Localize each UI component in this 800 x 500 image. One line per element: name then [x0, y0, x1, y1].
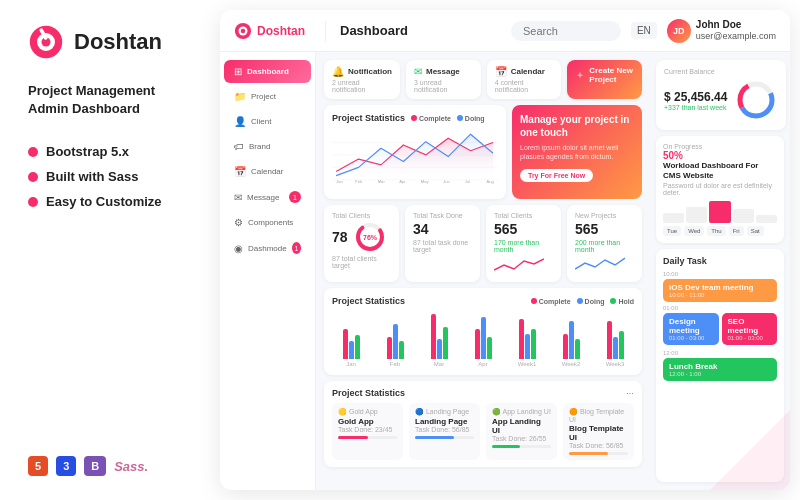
op-title: Workload Dashboard For CMS Website	[663, 161, 777, 182]
bar-green	[355, 335, 360, 359]
logo-icon	[28, 24, 64, 60]
op-tags: Tue Wed Thu Fri Sat	[663, 226, 777, 236]
svg-text:Jan: Jan	[336, 179, 343, 184]
dash-logo-icon	[234, 22, 252, 40]
dashmode-badge: 1	[292, 242, 301, 254]
project-label-2: 🟢 App Landing UI	[492, 408, 551, 416]
dt-pair: Design meeting 01:00 - 03:00 SEO meeting…	[663, 313, 777, 348]
balance-donut	[734, 78, 778, 122]
dashmode-icon: ◉	[234, 243, 243, 254]
tc-value: 78	[332, 229, 348, 245]
sparkline-clients	[494, 255, 544, 275]
bar-blue	[569, 321, 574, 359]
promo-sub: Lorem ipsum dolor sit amet well plasues …	[520, 143, 634, 161]
bar-group-6: Week2	[552, 309, 590, 367]
bar-label: Week1	[518, 361, 537, 367]
tc-sub: 87 total clients target	[332, 255, 391, 269]
project-task-0: Task Done: 23/45	[338, 426, 397, 433]
task-time-0: 10:00 - 11:00	[669, 292, 771, 298]
bar-label: Mar	[434, 361, 444, 367]
project-name-2: App Landing UI	[492, 417, 551, 435]
view-all-link[interactable]: ⋯	[626, 389, 634, 398]
sidebar-item-dashmode[interactable]: ◉ Dashmode 1	[224, 236, 311, 260]
sidebar-item-dashboard[interactable]: ⊞ Dashboard	[224, 60, 311, 83]
message-card[interactable]: ✉ Message 3 unread notification	[406, 60, 481, 99]
np-label: New Projects	[575, 212, 634, 219]
chart-promo-row: Project Statistics Complete Doing	[324, 105, 642, 199]
task-item-1[interactable]: Design meeting 01:00 - 03:00	[663, 313, 719, 345]
message-qs-label: Message	[426, 67, 460, 76]
dot-icon	[28, 147, 38, 157]
project-progress-3	[569, 452, 628, 455]
dashboard-title: Dashboard	[340, 23, 501, 38]
tagline: Dashboard Project ManagementAdmin Dashbo…	[28, 82, 192, 118]
notification-sub: 2 unread notification	[332, 79, 392, 93]
sidebar-item-project[interactable]: 📁 Project	[224, 85, 311, 108]
user-name: John Doe	[696, 18, 776, 31]
dashboard-header: Doshtan Dashboard EN JD John Doe user@ex…	[220, 10, 790, 52]
bar-blue	[349, 341, 354, 359]
sidebar-item-calendar[interactable]: 📅 Calendar	[224, 160, 311, 183]
quick-stats-row: 🔔 Notification 2 unread notification ✉ M…	[324, 60, 642, 99]
project-list-header: Project Statistics ⋯	[332, 388, 634, 398]
tc2-value: 565	[494, 221, 553, 237]
svg-text:Jul: Jul	[465, 179, 470, 184]
progress-fill-2	[492, 445, 520, 448]
calendar-card[interactable]: 📅 Calendar 4 content notification	[487, 60, 562, 99]
client-icon: 👤	[234, 116, 246, 127]
project-label-3: 🟠 Blog Template UI	[569, 408, 628, 423]
bar-green	[531, 329, 536, 359]
bar-chart-section: Project Statistics Complete Doing Hold	[324, 288, 642, 375]
try-free-button[interactable]: Try For Free Now	[520, 169, 593, 182]
task-time-3: 12:00 - 1:00	[669, 371, 771, 377]
project-label-1: 🔵 Landing Page	[415, 408, 474, 416]
project-col-2: 🟢 App Landing UI App Landing UI Task Don…	[486, 403, 557, 460]
svg-text:Feb: Feb	[355, 179, 363, 184]
dashboard-icon: ⊞	[234, 66, 242, 77]
project-name-3: Blog Template UI	[569, 424, 628, 442]
bar-chart-title: Project Statistics Complete Doing Hold	[332, 296, 634, 306]
feature-label: Bootstrap 5.x	[46, 144, 129, 159]
dashboard-body: ⊞ Dashboard 📁 Project 👤 Client 🏷 Brand 📅…	[220, 52, 790, 490]
bar-blue	[613, 337, 618, 359]
right-side-panel: Current Balance $ 25,456.44 +337 than la…	[650, 52, 790, 490]
main-content: 🔔 Notification 2 unread notification ✉ M…	[316, 52, 650, 490]
sidebar-item-message[interactable]: ✉ Message 1	[224, 185, 311, 209]
bar-group-2: Feb	[376, 309, 414, 367]
brand-icon: 🏷	[234, 141, 244, 152]
bar-green	[575, 339, 580, 359]
search-input[interactable]	[511, 21, 621, 41]
feature-list: Bootstrap 5.x Built with Sass Easy to Cu…	[28, 144, 192, 209]
op-tag: Fri	[729, 226, 744, 236]
task-item-3[interactable]: Lunch Break 12:00 - 1:00	[663, 358, 777, 381]
lang-selector[interactable]: EN	[631, 22, 657, 39]
svg-text:May: May	[421, 179, 430, 184]
message-icon: ✉	[234, 192, 242, 203]
dt-time-label: 12:00	[663, 350, 777, 356]
feature-label: Built with Sass	[46, 169, 138, 184]
sass-badge: Sass.	[114, 459, 148, 474]
stat-mini-row: Total Clients 78 76% 87 total clients ta…	[324, 205, 642, 282]
balance-amount: $ 25,456.44	[664, 90, 727, 104]
bar-group-5: Week1	[508, 309, 546, 367]
task-name-0: iOS Dev team meeting	[669, 283, 771, 292]
notification-label: Notification	[348, 67, 392, 76]
bar-legend-blue	[577, 298, 583, 304]
notification-card[interactable]: 🔔 Notification 2 unread notification	[324, 60, 400, 99]
sidebar-label: Client	[251, 117, 271, 126]
sidebar-item-client[interactable]: 👤 Client	[224, 110, 311, 133]
svg-text:Jun: Jun	[443, 179, 450, 184]
sidebar-item-components[interactable]: ⚙ Components	[224, 211, 311, 234]
bar-pink	[607, 321, 612, 359]
task-item-0[interactable]: iOS Dev team meeting 10:00 - 11:00	[663, 279, 777, 302]
bar-label: Week3	[606, 361, 625, 367]
sidebar-label: Project	[251, 92, 276, 101]
svg-point-6	[241, 28, 246, 33]
task-item-2[interactable]: SEO meeting 01:00 - 03:00	[722, 313, 778, 345]
project-list-card: Project Statistics ⋯ 🟡 Gold App Gold App…	[324, 381, 642, 467]
sidebar-label: Brand	[249, 142, 270, 151]
bar-label: Week2	[562, 361, 581, 367]
svg-text:76%: 76%	[363, 234, 378, 241]
sidebar-item-brand[interactable]: 🏷 Brand	[224, 135, 311, 158]
create-project-card[interactable]: ＋ Create New Project	[567, 60, 642, 99]
